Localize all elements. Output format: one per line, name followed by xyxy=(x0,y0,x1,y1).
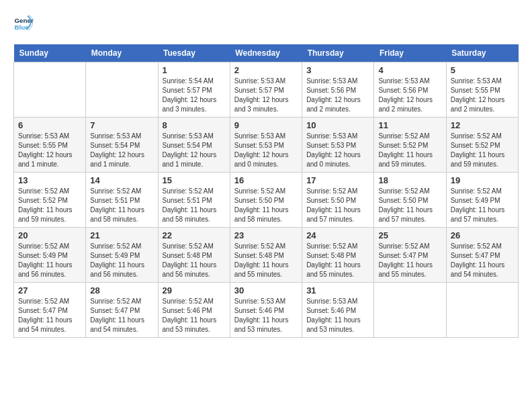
day-number: 4 xyxy=(378,65,441,75)
calendar-cell: 4Sunrise: 5:53 AM Sunset: 5:56 PM Daylig… xyxy=(374,62,446,118)
calendar-cell: 2Sunrise: 5:53 AM Sunset: 5:57 PM Daylig… xyxy=(230,62,302,118)
header-thursday: Thursday xyxy=(302,44,374,62)
calendar-cell xyxy=(374,283,446,338)
calendar-cell: 23Sunrise: 5:52 AM Sunset: 5:48 PM Dayli… xyxy=(230,228,302,283)
day-number: 11 xyxy=(378,120,441,130)
day-number: 3 xyxy=(306,65,369,75)
day-number: 1 xyxy=(163,65,226,75)
day-detail: Sunrise: 5:52 AM Sunset: 5:47 PM Dayligh… xyxy=(451,242,514,279)
calendar-cell: 31Sunrise: 5:53 AM Sunset: 5:46 PM Dayli… xyxy=(302,283,374,338)
day-number: 15 xyxy=(163,175,226,185)
day-detail: Sunrise: 5:53 AM Sunset: 5:46 PM Dayligh… xyxy=(234,297,298,334)
calendar-cell xyxy=(446,283,518,338)
day-detail: Sunrise: 5:52 AM Sunset: 5:47 PM Dayligh… xyxy=(378,242,441,279)
day-detail: Sunrise: 5:53 AM Sunset: 5:54 PM Dayligh… xyxy=(163,132,226,169)
day-number: 20 xyxy=(18,230,81,240)
header-friday: Friday xyxy=(374,44,446,62)
day-number: 30 xyxy=(234,285,298,295)
week-row-5: 27Sunrise: 5:52 AM Sunset: 5:47 PM Dayli… xyxy=(14,283,519,338)
day-number: 25 xyxy=(378,230,441,240)
calendar-cell: 10Sunrise: 5:53 AM Sunset: 5:53 PM Dayli… xyxy=(302,118,374,173)
header-monday: Monday xyxy=(86,44,158,62)
day-number: 31 xyxy=(306,285,369,295)
calendar-cell: 27Sunrise: 5:52 AM Sunset: 5:47 PM Dayli… xyxy=(14,283,86,338)
day-detail: Sunrise: 5:52 AM Sunset: 5:52 PM Dayligh… xyxy=(18,187,81,224)
day-detail: Sunrise: 5:52 AM Sunset: 5:50 PM Dayligh… xyxy=(234,187,298,224)
day-detail: Sunrise: 5:53 AM Sunset: 5:57 PM Dayligh… xyxy=(234,77,298,114)
week-row-1: 1Sunrise: 5:54 AM Sunset: 5:57 PM Daylig… xyxy=(14,62,519,118)
calendar-cell: 18Sunrise: 5:52 AM Sunset: 5:50 PM Dayli… xyxy=(374,173,446,228)
day-detail: Sunrise: 5:52 AM Sunset: 5:49 PM Dayligh… xyxy=(90,242,153,279)
day-detail: Sunrise: 5:53 AM Sunset: 5:55 PM Dayligh… xyxy=(18,132,81,169)
calendar-cell: 14Sunrise: 5:52 AM Sunset: 5:51 PM Dayli… xyxy=(86,173,158,228)
day-number: 12 xyxy=(451,120,514,130)
day-detail: Sunrise: 5:52 AM Sunset: 5:50 PM Dayligh… xyxy=(306,187,369,224)
day-number: 24 xyxy=(306,230,369,240)
calendar-cell: 6Sunrise: 5:53 AM Sunset: 5:55 PM Daylig… xyxy=(14,118,86,173)
calendar-cell: 3Sunrise: 5:53 AM Sunset: 5:56 PM Daylig… xyxy=(302,62,374,118)
day-detail: Sunrise: 5:52 AM Sunset: 5:48 PM Dayligh… xyxy=(163,242,226,279)
day-number: 27 xyxy=(18,285,81,295)
day-detail: Sunrise: 5:53 AM Sunset: 5:56 PM Dayligh… xyxy=(306,77,369,114)
day-detail: Sunrise: 5:52 AM Sunset: 5:47 PM Dayligh… xyxy=(90,297,153,334)
day-detail: Sunrise: 5:52 AM Sunset: 5:50 PM Dayligh… xyxy=(378,187,441,224)
day-detail: Sunrise: 5:52 AM Sunset: 5:49 PM Dayligh… xyxy=(451,187,514,224)
day-number: 29 xyxy=(163,285,226,295)
day-detail: Sunrise: 5:52 AM Sunset: 5:48 PM Dayligh… xyxy=(306,242,369,279)
calendar-cell: 5Sunrise: 5:53 AM Sunset: 5:55 PM Daylig… xyxy=(446,62,518,118)
week-row-3: 13Sunrise: 5:52 AM Sunset: 5:52 PM Dayli… xyxy=(14,173,519,228)
day-number: 10 xyxy=(306,120,369,130)
day-number: 5 xyxy=(451,65,514,75)
day-number: 8 xyxy=(163,120,226,130)
calendar-cell: 26Sunrise: 5:52 AM Sunset: 5:47 PM Dayli… xyxy=(446,228,518,283)
header-wednesday: Wednesday xyxy=(230,44,302,62)
calendar-header-row: SundayMondayTuesdayWednesdayThursdayFrid… xyxy=(14,44,519,62)
day-detail: Sunrise: 5:53 AM Sunset: 5:53 PM Dayligh… xyxy=(306,132,369,169)
header-sunday: Sunday xyxy=(14,44,86,62)
day-number: 16 xyxy=(234,175,298,185)
day-detail: Sunrise: 5:53 AM Sunset: 5:54 PM Dayligh… xyxy=(90,132,153,169)
day-number: 28 xyxy=(90,285,153,295)
day-detail: Sunrise: 5:53 AM Sunset: 5:56 PM Dayligh… xyxy=(378,77,441,114)
calendar-cell: 25Sunrise: 5:52 AM Sunset: 5:47 PM Dayli… xyxy=(374,228,446,283)
calendar-cell: 17Sunrise: 5:52 AM Sunset: 5:50 PM Dayli… xyxy=(302,173,374,228)
logo-icon: General Blue xyxy=(13,13,34,34)
calendar-cell: 8Sunrise: 5:53 AM Sunset: 5:54 PM Daylig… xyxy=(158,118,230,173)
calendar-cell: 11Sunrise: 5:52 AM Sunset: 5:52 PM Dayli… xyxy=(374,118,446,173)
day-detail: Sunrise: 5:54 AM Sunset: 5:57 PM Dayligh… xyxy=(163,77,226,114)
calendar-cell: 1Sunrise: 5:54 AM Sunset: 5:57 PM Daylig… xyxy=(158,62,230,118)
calendar-cell: 13Sunrise: 5:52 AM Sunset: 5:52 PM Dayli… xyxy=(14,173,86,228)
week-row-4: 20Sunrise: 5:52 AM Sunset: 5:49 PM Dayli… xyxy=(14,228,519,283)
calendar-cell: 9Sunrise: 5:53 AM Sunset: 5:53 PM Daylig… xyxy=(230,118,302,173)
day-number: 26 xyxy=(451,230,514,240)
day-detail: Sunrise: 5:52 AM Sunset: 5:49 PM Dayligh… xyxy=(18,242,81,279)
day-detail: Sunrise: 5:53 AM Sunset: 5:53 PM Dayligh… xyxy=(234,132,298,169)
day-detail: Sunrise: 5:52 AM Sunset: 5:51 PM Dayligh… xyxy=(163,187,226,224)
day-detail: Sunrise: 5:52 AM Sunset: 5:47 PM Dayligh… xyxy=(18,297,81,334)
page-header: General Blue xyxy=(13,13,519,34)
day-detail: Sunrise: 5:52 AM Sunset: 5:52 PM Dayligh… xyxy=(378,132,441,169)
day-number: 21 xyxy=(90,230,153,240)
day-number: 2 xyxy=(234,65,298,75)
calendar-cell: 16Sunrise: 5:52 AM Sunset: 5:50 PM Dayli… xyxy=(230,173,302,228)
day-number: 13 xyxy=(18,175,81,185)
calendar-cell: 15Sunrise: 5:52 AM Sunset: 5:51 PM Dayli… xyxy=(158,173,230,228)
day-number: 7 xyxy=(90,120,153,130)
calendar-cell: 24Sunrise: 5:52 AM Sunset: 5:48 PM Dayli… xyxy=(302,228,374,283)
day-number: 6 xyxy=(18,120,81,130)
calendar-cell: 19Sunrise: 5:52 AM Sunset: 5:49 PM Dayli… xyxy=(446,173,518,228)
header-tuesday: Tuesday xyxy=(158,44,230,62)
day-detail: Sunrise: 5:52 AM Sunset: 5:46 PM Dayligh… xyxy=(163,297,226,334)
day-number: 22 xyxy=(163,230,226,240)
day-detail: Sunrise: 5:52 AM Sunset: 5:51 PM Dayligh… xyxy=(90,187,153,224)
calendar-cell: 22Sunrise: 5:52 AM Sunset: 5:48 PM Dayli… xyxy=(158,228,230,283)
calendar-cell: 29Sunrise: 5:52 AM Sunset: 5:46 PM Dayli… xyxy=(158,283,230,338)
calendar-cell xyxy=(86,62,158,118)
calendar-cell: 30Sunrise: 5:53 AM Sunset: 5:46 PM Dayli… xyxy=(230,283,302,338)
day-detail: Sunrise: 5:53 AM Sunset: 5:55 PM Dayligh… xyxy=(451,77,514,114)
day-number: 19 xyxy=(451,175,514,185)
day-number: 23 xyxy=(234,230,298,240)
calendar-cell: 12Sunrise: 5:52 AM Sunset: 5:52 PM Dayli… xyxy=(446,118,518,173)
svg-text:Blue: Blue xyxy=(15,24,30,31)
logo: General Blue xyxy=(13,13,36,34)
